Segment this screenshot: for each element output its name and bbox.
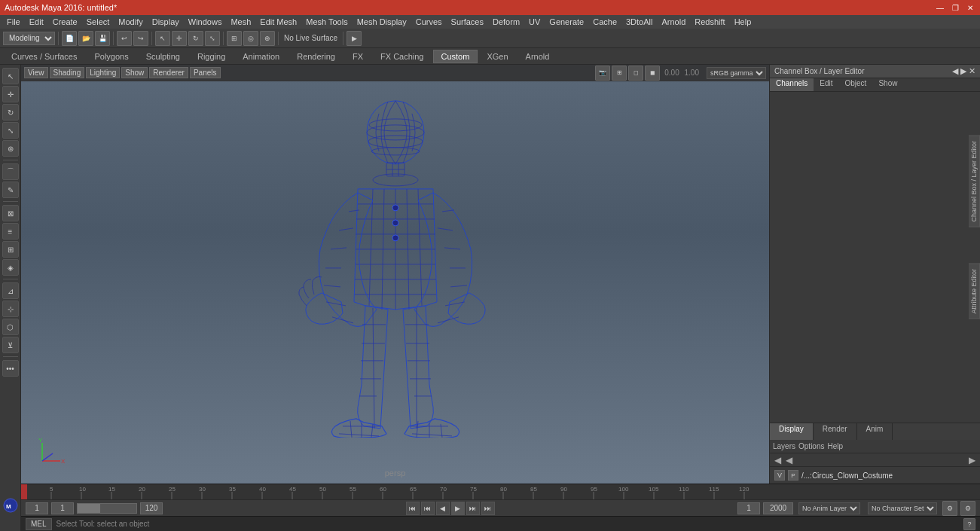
layer-icon[interactable]: ≡: [2, 223, 19, 240]
show-menu[interactable]: Show: [121, 67, 148, 78]
step-forward-btn[interactable]: ⏭: [466, 502, 480, 515]
snap-icon[interactable]: ⊠: [2, 205, 19, 221]
channel-side-tab[interactable]: Channel Box / Layer Editor: [969, 136, 980, 227]
tab-sculpting[interactable]: Sculpting: [138, 50, 188, 63]
paint-tool[interactable]: ✎: [2, 182, 19, 198]
tab-custom[interactable]: Custom: [433, 50, 478, 63]
menu-edit-mesh[interactable]: Edit Mesh: [256, 17, 301, 27]
edit-tab[interactable]: Edit: [814, 78, 838, 91]
minimize-button[interactable]: —: [935, 2, 945, 13]
menu-arnold[interactable]: Arnold: [658, 17, 689, 27]
color-space-select[interactable]: sRGB gamma: [707, 67, 766, 79]
step-back-btn[interactable]: ⏮: [421, 502, 435, 515]
panel-arrow-left[interactable]: ◀: [952, 66, 958, 76]
vp-cam-icon[interactable]: 📷: [595, 66, 610, 81]
menu-curves[interactable]: Curves: [412, 17, 446, 27]
move-tool[interactable]: ✛: [2, 86, 19, 102]
range-start-input[interactable]: [51, 502, 74, 514]
save-file-icon[interactable]: 💾: [95, 31, 110, 46]
tab-xgen[interactable]: XGen: [478, 50, 516, 63]
script-type-select[interactable]: MEL: [26, 518, 52, 530]
open-file-icon[interactable]: 📂: [78, 31, 93, 46]
render-icon[interactable]: ▶: [347, 31, 362, 46]
menu-cache[interactable]: Cache: [589, 17, 621, 27]
help-line-icon[interactable]: ?: [963, 518, 975, 530]
rotate-icon[interactable]: ↻: [188, 31, 203, 46]
lighting-menu[interactable]: Lighting: [86, 67, 120, 78]
menu-help[interactable]: Help: [731, 17, 756, 27]
panel-close[interactable]: ✕: [969, 66, 975, 76]
rotate-tool[interactable]: ↻: [2, 104, 19, 121]
menu-mesh[interactable]: Mesh: [227, 17, 255, 27]
tab-rigging[interactable]: Rigging: [189, 50, 234, 63]
current-frame-marker[interactable]: [21, 484, 27, 499]
menu-select[interactable]: Select: [83, 17, 114, 27]
layer-next-btn[interactable]: ▶: [967, 455, 977, 465]
view-menu[interactable]: View: [24, 67, 48, 78]
bevel-icon[interactable]: ⬡: [2, 319, 19, 335]
menu-deform[interactable]: Deform: [489, 17, 524, 27]
menu-surfaces[interactable]: Surfaces: [447, 17, 487, 27]
layers-menu[interactable]: Layers: [773, 442, 795, 450]
select-tool[interactable]: ↖: [2, 68, 19, 84]
layer-pickable-btn[interactable]: P: [788, 470, 798, 481]
attr-editor-side-tab[interactable]: Attribute Editor: [969, 264, 980, 319]
undo-icon[interactable]: ↩: [117, 31, 132, 46]
anim-prefs-icon[interactable]: ⚙: [960, 501, 975, 516]
redo-icon[interactable]: ↪: [133, 31, 148, 46]
menu-mesh-tools[interactable]: Mesh Tools: [302, 17, 351, 27]
tab-animation[interactable]: Animation: [234, 50, 288, 63]
menu-file[interactable]: File: [3, 17, 24, 27]
soft-mod-tool[interactable]: ⊛: [2, 140, 19, 157]
playback-settings-icon[interactable]: ⚙: [942, 501, 957, 516]
panels-menu[interactable]: Panels: [190, 67, 221, 78]
layer-prev-btn[interactable]: ◀: [773, 455, 783, 465]
split-icon[interactable]: ⊿: [2, 282, 19, 299]
layer-prev2-btn[interactable]: ◀: [784, 455, 794, 465]
close-button[interactable]: ✕: [965, 2, 975, 13]
snap-curve-icon[interactable]: ◎: [243, 31, 258, 46]
menu-display[interactable]: Display: [148, 17, 183, 27]
viewport-canvas[interactable]: X Y persp: [21, 81, 769, 484]
menu-create[interactable]: Create: [49, 17, 81, 27]
select-icon[interactable]: ↖: [155, 31, 170, 46]
play-back-btn[interactable]: ◀: [436, 502, 450, 515]
timeline-ruler[interactable]: 5 10 15 20 25 30 35 40 45: [21, 484, 980, 499]
tab-arnold[interactable]: Arnold: [517, 50, 558, 63]
lasso-tool[interactable]: ⌒: [2, 163, 19, 180]
shading-menu[interactable]: Shading: [50, 67, 85, 78]
jump-end-btn[interactable]: ⏭: [481, 502, 495, 515]
viewport[interactable]: View Shading Lighting Show Renderer Pane…: [21, 65, 769, 484]
tab-fx-caching[interactable]: FX Caching: [372, 50, 432, 63]
layer-visibility-btn[interactable]: V: [774, 470, 785, 481]
menu-uv[interactable]: UV: [525, 17, 544, 27]
renderer-menu[interactable]: Renderer: [149, 67, 188, 78]
vp-grid-icon[interactable]: ⊞: [612, 66, 627, 81]
menu-3dtoall[interactable]: 3DtoAll: [622, 17, 656, 27]
object-tab[interactable]: Object: [839, 78, 873, 91]
scale-icon[interactable]: ⤡: [205, 31, 220, 46]
scale-tool[interactable]: ⤡: [2, 122, 19, 139]
tab-fx[interactable]: FX: [344, 50, 371, 63]
tab-polygons[interactable]: Polygons: [86, 50, 136, 63]
help-menu[interactable]: Help: [827, 442, 843, 450]
playback-start-input[interactable]: [737, 502, 760, 514]
menu-modify[interactable]: Modify: [114, 17, 146, 27]
character-set-select[interactable]: No Character Set: [868, 502, 937, 514]
merge-icon[interactable]: ⊹: [2, 301, 19, 317]
menu-redshift[interactable]: Redshift: [691, 17, 728, 27]
vp-smooth-icon[interactable]: ◼: [645, 66, 660, 81]
anim-layer-select[interactable]: No Anim Layer: [798, 502, 860, 514]
panel-arrow-right[interactable]: ▶: [960, 66, 966, 76]
mode-dropdown[interactable]: Modeling: [3, 32, 55, 45]
snap-point-icon[interactable]: ⊕: [260, 31, 275, 46]
move-icon[interactable]: ✛: [172, 31, 187, 46]
channels-tab[interactable]: Channels: [770, 78, 814, 91]
show-tab[interactable]: Show: [872, 78, 903, 91]
display-tab[interactable]: Display: [770, 423, 814, 440]
play-forward-btn[interactable]: ▶: [451, 502, 465, 515]
timeline-range-bar[interactable]: [77, 503, 137, 514]
maximize-button[interactable]: ❐: [950, 2, 960, 13]
render-tab[interactable]: Render: [814, 423, 857, 440]
tab-curves-surfaces[interactable]: Curves / Surfaces: [3, 50, 85, 63]
